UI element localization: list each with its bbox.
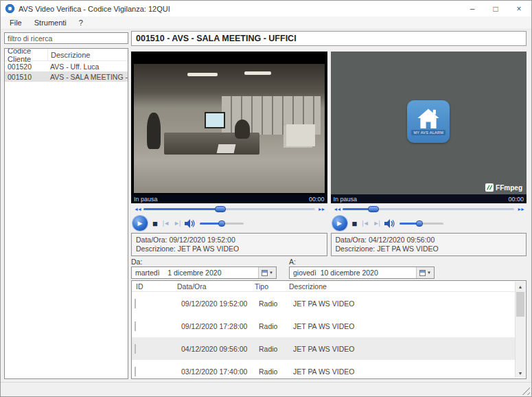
- date-from-value[interactable]: martedì 1 dicembre 2020: [132, 267, 258, 278]
- ffmpeg-label: FFmpeg: [496, 184, 522, 192]
- laptop: [217, 144, 236, 153]
- client-row-selected[interactable]: 001510 AVS - SALA MEETING - U...: [5, 71, 128, 82]
- fast-forward-icon[interactable]: ►►: [514, 207, 527, 212]
- players-row: In pausa 00:00 ◄◄ ►► ▶ ■ |◄: [131, 52, 527, 258]
- minimize-button[interactable]: –: [461, 1, 484, 16]
- ceiling-light: [244, 71, 271, 75]
- player-live: In pausa 00:00 ◄◄ ►► ▶ ■ |◄: [131, 52, 327, 258]
- search-input[interactable]: [4, 32, 128, 44]
- player-buttons: ▶ ■ |◄ ►|: [331, 215, 527, 231]
- close-button[interactable]: ×: [507, 1, 531, 16]
- table-scrollbar[interactable]: ▲ ▼: [515, 282, 525, 378]
- video-descrizione: Descrizione: JET PA WS VIDEO: [336, 245, 522, 253]
- client-row[interactable]: 001520 AVS - Uff. Luca: [5, 61, 128, 71]
- play-button[interactable]: ▶: [332, 216, 347, 231]
- rewind-icon[interactable]: ◄◄: [131, 207, 143, 212]
- stop-button[interactable]: ■: [152, 219, 158, 228]
- event-row[interactable]: 09/12/2020 19:52:00 Radio JET PA WS VIDE…: [132, 292, 515, 315]
- column-dataora[interactable]: Data/Ora: [177, 282, 255, 291]
- column-codice-cliente[interactable]: Codice Cliente: [5, 48, 47, 63]
- menu-strumenti[interactable]: Strumenti: [28, 19, 73, 27]
- scroll-up-icon[interactable]: ▲: [516, 282, 525, 291]
- client-code: 001510: [5, 73, 47, 81]
- event-row[interactable]: 09/12/2020 17:28:00 Radio JET PA WS VIDE…: [132, 315, 515, 337]
- app-window: AVS Video Verifica - Codice Vigilanza: 1…: [0, 0, 532, 397]
- date-from-dropdown-button[interactable]: ▼: [258, 267, 276, 278]
- next-frame-button[interactable]: ►|: [373, 220, 380, 227]
- event-thumbnail: [135, 299, 136, 308]
- event-dataora: 03/12/2020 17:40:00: [181, 367, 259, 376]
- date-to-dropdown-button[interactable]: ▼: [416, 267, 434, 278]
- time-text: 00:00: [508, 196, 524, 203]
- resize-grip[interactable]: [522, 387, 530, 395]
- calendar-icon: [419, 270, 426, 276]
- event-descrizione: JET PA WS VIDEO: [293, 299, 515, 308]
- seek-progress: [143, 208, 220, 210]
- my-avs-alarm-logo: MY AVS ALARM: [407, 100, 450, 143]
- stop-button[interactable]: ■: [352, 219, 358, 228]
- speaker-icon[interactable]: [384, 219, 395, 228]
- date-from-label: Da:: [131, 258, 277, 266]
- seek-bar[interactable]: [143, 208, 315, 210]
- date-filter-row: Da: martedì 1 dicembre 2020 ▼ A: giovedì…: [131, 258, 527, 280]
- play-button[interactable]: ▶: [132, 216, 148, 231]
- player-alarm: MY AVS ALARM FFmpeg In pausa 00:00 ◄◄: [331, 52, 527, 258]
- window-controls: – □ ×: [461, 1, 531, 16]
- event-tipo: Radio: [259, 322, 293, 330]
- next-frame-button[interactable]: ►|: [174, 220, 180, 227]
- events-table-header: ID Data/Ora Tipo Descrizione: [132, 281, 526, 292]
- event-descrizione: JET PA WS VIDEO: [293, 322, 515, 330]
- client-list: Codice Cliente Descrizione 001520 AVS - …: [4, 48, 128, 379]
- volume-progress: [200, 223, 222, 225]
- volume-slider[interactable]: [400, 223, 443, 225]
- event-row-selected[interactable]: 04/12/2020 09:56:00 Radio JET PA WS VIDE…: [132, 337, 515, 360]
- app-icon: [5, 4, 14, 13]
- menu-help[interactable]: ?: [73, 19, 89, 27]
- volume-slider[interactable]: [200, 223, 244, 225]
- rewind-icon[interactable]: ◄◄: [331, 207, 343, 212]
- logo-label: MY AVS ALARM: [411, 130, 446, 135]
- client-code: 001520: [5, 63, 47, 71]
- date-to-value[interactable]: giovedì 10 dicembre 2020: [290, 267, 416, 278]
- date-from-picker[interactable]: martedì 1 dicembre 2020 ▼: [131, 266, 277, 279]
- calendar-icon: [262, 270, 268, 276]
- speaker-icon[interactable]: [185, 219, 195, 228]
- ceiling-light: [187, 73, 218, 76]
- maximize-button[interactable]: □: [484, 1, 507, 16]
- playback-status-bar: In pausa 00:00: [131, 194, 327, 203]
- events-table: ID Data/Ora Tipo Descrizione 09/12/2020 …: [131, 280, 527, 379]
- seek-thumb[interactable]: [368, 206, 379, 212]
- event-thumbnail: [135, 344, 136, 354]
- menu-file[interactable]: File: [3, 19, 28, 27]
- event-thumbnail: [135, 321, 136, 331]
- video-frame-right: MY AVS ALARM FFmpeg In pausa 00:00: [331, 52, 527, 203]
- fast-forward-icon[interactable]: ►►: [315, 207, 327, 212]
- event-tipo: Radio: [259, 345, 293, 353]
- playback-status-bar: In pausa 00:00: [331, 194, 527, 203]
- volume-progress: [400, 223, 419, 225]
- column-descrizione[interactable]: Descrizione: [289, 282, 526, 291]
- seek-thumb[interactable]: [215, 206, 226, 212]
- event-row[interactable]: 03/12/2020 17:40:00 Radio JET PA WS VIDE…: [132, 360, 515, 379]
- previous-frame-button[interactable]: |◄: [163, 220, 169, 227]
- volume-thumb[interactable]: [218, 220, 225, 227]
- page-title: 001510 - AVS - SALA MEETING - UFFICI: [131, 31, 527, 46]
- player-buttons: ▶ ■ |◄ ►|: [131, 215, 327, 231]
- scrollbar-thumb[interactable]: [516, 292, 524, 317]
- time-text: 00:00: [309, 196, 325, 203]
- volume-thumb[interactable]: [416, 220, 423, 227]
- seek-progress: [343, 208, 373, 210]
- menubar: File Strumenti ?: [1, 16, 531, 30]
- event-dataora: 09/12/2020 17:28:00: [181, 322, 259, 330]
- client-description: AVS - Uff. Luca: [47, 63, 128, 71]
- event-tipo: Radio: [259, 367, 293, 376]
- event-dataora: 09/12/2020 19:52:00: [181, 299, 259, 308]
- column-descrizione[interactable]: Descrizione: [47, 49, 128, 60]
- person-figure: [147, 113, 160, 149]
- column-id[interactable]: ID: [132, 282, 177, 291]
- date-to-picker[interactable]: giovedì 10 dicembre 2020 ▼: [289, 266, 435, 279]
- seek-bar[interactable]: [343, 208, 514, 210]
- scroll-down-icon[interactable]: ▼: [516, 368, 525, 378]
- previous-frame-button[interactable]: |◄: [362, 220, 368, 227]
- column-tipo[interactable]: Tipo: [255, 282, 289, 291]
